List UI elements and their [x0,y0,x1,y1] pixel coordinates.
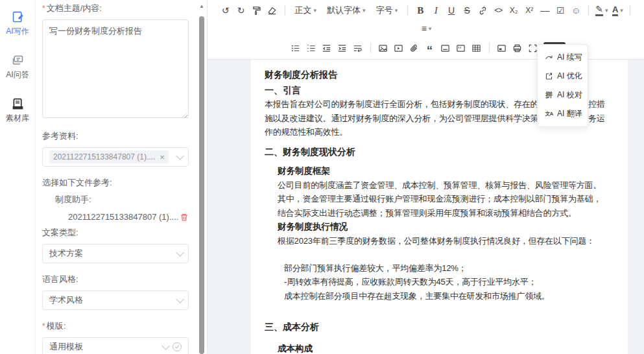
toolbar-divider [285,5,285,16]
delete-file-icon[interactable] [180,213,189,222]
scrollbar-up-arrow[interactable]: ▲ [199,3,204,9]
attachment-icon [409,43,419,53]
ai-menu-item-label: AI 翻译 [557,108,582,119]
doc-paragraph-line: 其中，资金管理主要通过银行账户管理和现金流预测进行；成本控制以部门预算为基础， [265,192,615,206]
link-button[interactable] [475,2,490,19]
highlight-color-dropdown[interactable]: ✎▾ [593,2,610,19]
template-select-icons [161,342,182,351]
ai-continue-icon [545,53,553,62]
image-icon [378,43,388,53]
indent-icon [337,43,347,53]
font-size-value: 字号 [376,5,393,16]
inline-code-button[interactable]: <> [490,2,506,19]
toolbar-divider [407,5,408,16]
panel-scrollbar[interactable]: ▲ [198,0,206,354]
template-select[interactable]: 通用模板 [42,337,189,354]
attach-file-button[interactable] [407,40,422,56]
doc-heading-cost: 三、成本分析 [265,320,615,334]
nav-item-ai-qa[interactable]: AI问答 [6,54,29,80]
insert-video-button[interactable] [391,40,407,56]
ordered-list-button[interactable] [304,40,319,56]
undo-icon: ↺ [222,5,230,16]
nav-item-library[interactable]: 素材库 [6,97,29,124]
topic-label: *文档主题/内容: [42,3,189,14]
app-window: AI写作 AI问答 素材库 *文档主题/内容: 写一份财务制度分析报告 参考资料… [0,0,644,354]
embed-button[interactable] [494,40,510,56]
eraser-icon [267,6,277,16]
line-break-button[interactable] [350,40,366,56]
bold-button[interactable]: B [412,2,428,19]
bullet-list-button[interactable] [288,40,304,56]
indent-button[interactable] [335,40,350,56]
nav-item-ai-writing[interactable]: AI写作 [6,10,29,37]
font-family-dropdown[interactable]: 默认字体▾ [322,2,371,19]
ai-menu-item-continue[interactable]: AI 续写 [538,48,588,67]
font-size-dropdown[interactable]: 字号▾ [371,2,403,19]
horizontal-rule-button[interactable]: — [537,2,553,19]
doc-heading-status: 二、财务制度现状分析 [265,145,615,159]
fullscreen-icon [528,43,538,53]
outdent-button[interactable] [319,40,335,56]
subscript-button[interactable]: X₂ [506,2,521,19]
caret-down-icon: ▾ [395,7,398,14]
italic-button[interactable]: I [428,2,444,19]
doc-subheading-execution: 财务制度执行情况 [265,220,615,234]
clear-format-button[interactable] [265,2,280,19]
ai-menu-item-translate[interactable]: 文A AI 翻译 [538,104,588,123]
doc-type-select[interactable]: 技术方案 [42,244,189,263]
highlight-pen-icon: ✎ [595,5,603,16]
caret-down-icon: ▾ [605,7,608,14]
caret-down-icon: ▾ [363,7,366,14]
paragraph-style-dropdown[interactable]: 正文▾ [290,2,322,19]
reference-file-tag-text: 2021122715133847807 (1).... [53,152,155,161]
doc-paragraph-line: 结合实际支出进行动态调整；预算管理则采用年度预算和滚动预算相结合的方式。 [265,206,615,220]
panel-scrollbar-thumb[interactable] [199,16,204,354]
callout-button[interactable] [453,40,469,56]
doc-paragraph-line: 公司目前的制度涵盖了资金管理、成本控制、预算管理、核算与报告、风险管理等方面。 [265,178,615,193]
format-painter-button[interactable] [249,2,265,19]
style-select[interactable]: 学术风格 [42,290,189,310]
chevron-down-icon [176,295,184,303]
ai-menu-item-label: AI 校对 [557,89,582,100]
ai-menu-item-proofread[interactable]: 拼 AI 校对 [538,86,588,104]
doc-list-item: 成本控制在部分项目中存在超支现象，主要集中在研发和市场推广领域。 [265,289,615,303]
superscript-button[interactable]: X² [521,2,537,19]
font-color-icon: A [612,5,618,16]
font-family-value: 默认字体 [327,5,361,16]
required-asterisk: * [42,4,45,13]
check-circle-icon [173,342,182,351]
table-icon [471,43,481,53]
task-checkbox-button[interactable]: ☑ [553,2,568,19]
chevron-down-icon [161,342,170,350]
emoji-button[interactable]: ☺ [568,2,584,19]
remove-tag-icon[interactable]: × [160,153,165,161]
ordered-list-icon [306,43,316,53]
undo-button[interactable]: ↺ [218,2,233,19]
align-dropdown[interactable]: ≡▾ [419,20,435,37]
ai-menu-item-optimize[interactable]: AI 优化 [538,67,588,86]
blockquote-button[interactable]: “ [422,40,438,56]
strikethrough-button[interactable]: S [459,2,475,19]
style-label: 语言风格: [42,274,189,285]
ai-menu-item-label: AI 续写 [557,52,582,63]
nav-label-ai-qa: AI问答 [6,69,29,80]
insert-table-button[interactable] [469,40,484,56]
topic-input[interactable]: 写一份财务制度分析报告 [42,19,189,118]
editor-column: ↺ ↻ 正文▾ 默认字体▾ 字号▾ B I U S [208,0,644,354]
print-button[interactable] [510,40,525,56]
doc-subheading-framework: 财务制度框架 [265,164,615,178]
insert-image-button[interactable] [376,40,391,56]
doc-list-item: -周转效率有待提高，应收账款周转天数为45天，高于行业平均水平； [265,275,615,289]
file-section-label: 选择如下文件参考: [42,177,189,189]
redo-button[interactable]: ↻ [233,2,249,19]
nav-label-library: 素材库 [6,113,29,124]
reference-file-tag: 2021122715133847807 (1).... × [49,150,169,163]
divider-block-button[interactable] [438,40,453,56]
reference-select[interactable]: 2021122715133847807 (1).... × [42,147,189,167]
redo-icon: ↻ [237,5,245,16]
underline-button[interactable]: U [444,2,459,19]
library-icon [11,97,25,111]
font-color-dropdown[interactable]: A▾ [610,2,625,19]
divider-block-icon [440,43,450,53]
ai-translate-icon: 文A [545,110,553,117]
